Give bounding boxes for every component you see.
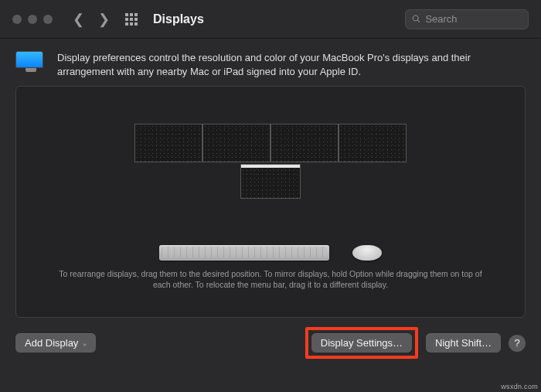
display-settings-label: Display Settings… <box>321 337 403 349</box>
watermark: wsxdn.com <box>501 383 538 390</box>
toolbar: ❮ ❯ Displays <box>0 0 541 39</box>
show-all-icon[interactable] <box>125 13 138 26</box>
mouse-icon <box>352 245 382 261</box>
window-controls <box>12 15 53 24</box>
annotation-highlight: Display Settings… <box>305 327 418 359</box>
display-arrangement-area: To rearrange displays, drag them to the … <box>15 86 526 318</box>
help-button[interactable]: ? <box>509 335 526 352</box>
displays-icon <box>15 51 46 78</box>
displays-bottom-row <box>240 162 301 199</box>
close-window[interactable] <box>12 15 22 24</box>
external-display-3[interactable] <box>270 124 339 162</box>
search-field[interactable] <box>405 9 529 29</box>
displays-top-row <box>134 124 407 162</box>
display-settings-button[interactable]: Display Settings… <box>311 333 412 353</box>
arrangement-hint: To rearrange displays, drag them to the … <box>16 268 525 290</box>
keyboard-icon <box>159 245 329 261</box>
minimize-window[interactable] <box>28 15 37 24</box>
back-button[interactable]: ❮ <box>73 11 84 28</box>
night-shift-button[interactable]: Night Shift… <box>426 333 501 353</box>
chevron-down-icon: ⌵ <box>83 339 87 347</box>
zoom-window[interactable] <box>43 15 53 24</box>
bottom-bar: Add Display ⌵ Display Settings… Night Sh… <box>0 318 541 368</box>
page-title: Displays <box>153 12 204 26</box>
nav-arrows: ❮ ❯ <box>73 11 110 28</box>
add-display-button[interactable]: Add Display ⌵ <box>15 333 96 353</box>
description-text: Display preferences control the resoluti… <box>57 51 526 78</box>
macbook-display[interactable] <box>240 164 301 199</box>
search-input[interactable] <box>425 13 522 25</box>
night-shift-label: Night Shift… <box>435 337 492 349</box>
external-display-1[interactable] <box>134 124 202 162</box>
menu-bar-indicator[interactable] <box>241 165 300 168</box>
help-label: ? <box>514 337 519 349</box>
keyboard-mouse-graphic <box>159 245 382 261</box>
search-icon <box>412 14 420 24</box>
preferences-window: ❮ ❯ Displays Display preferences control… <box>0 0 541 392</box>
forward-button[interactable]: ❯ <box>98 11 110 28</box>
add-display-label: Add Display <box>25 337 78 349</box>
description-row: Display preferences control the resoluti… <box>0 39 541 86</box>
external-display-2[interactable] <box>202 124 270 162</box>
external-display-4[interactable] <box>339 124 407 162</box>
